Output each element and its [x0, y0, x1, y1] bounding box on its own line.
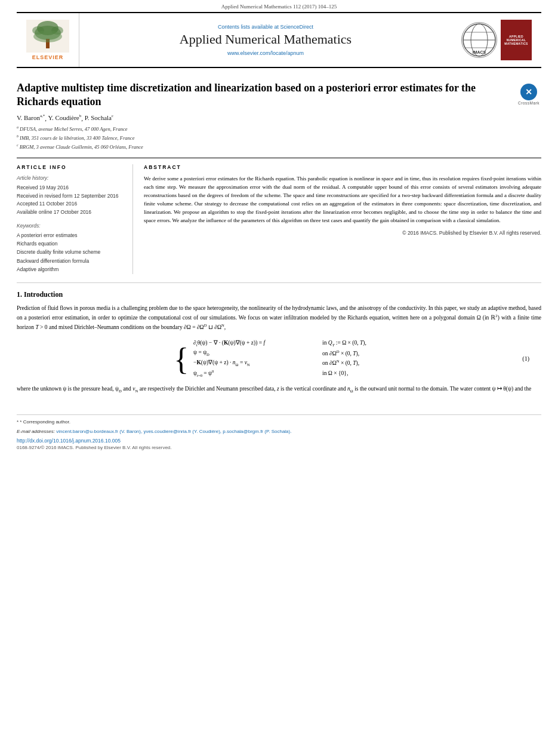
journal-cover-thumbnail: APPLIED NUMERICAL MATHEMATICS: [501, 20, 532, 60]
elsevier-tree-icon: [26, 20, 69, 53]
abstract-column: ABSTRACT We derive some a posteriori err…: [144, 164, 541, 274]
svg-text:IMACS: IMACS: [473, 50, 486, 54]
received-date: Received 19 May 2016: [17, 184, 125, 192]
imacs-logo: IMACS: [461, 22, 497, 58]
star-icon: *: [17, 419, 19, 425]
keyword-4: Backward differentiation formula: [17, 257, 125, 265]
equation-1-content: { ∂tθ(ψ) − ∇ · (K(ψ)∇(ψ + z)) = f in QT …: [29, 339, 511, 377]
crossmark-badge[interactable]: ✕ CrossMark: [516, 84, 541, 105]
keyword-2: Richards equation: [17, 239, 125, 248]
journal-header: ELSEVIER Contents lists available at Sci…: [17, 12, 541, 68]
keyword-5: Adaptive algorithm: [17, 265, 125, 273]
introduction-section: 1. Introduction Prediction of fluid flow…: [17, 290, 541, 395]
article-title: Adaptive multistep time discretization a…: [17, 81, 510, 109]
available-date: Available online 17 October 2016: [17, 208, 125, 217]
article-info-column: ARTICLE INFO Article history: Received 1…: [17, 164, 133, 274]
article-dates: Received 19 May 2016 Received in revised…: [17, 184, 125, 216]
svg-point-6: [33, 30, 62, 42]
revised-date: Received in revised form 12 September 20…: [17, 192, 125, 201]
affiliation-c: c BRGM, 3 avenue Claude Guillemin, 45 06…: [17, 143, 541, 151]
page: Applied Numerical Mathematics 112 (2017)…: [0, 0, 558, 756]
elsevier-logo-section: ELSEVIER: [17, 13, 79, 67]
affiliation-a: a DFUSA, avenue Michel Serres, 47 000 Ag…: [17, 125, 541, 133]
keyword-1: A posteriori error estimates: [17, 231, 125, 239]
author-2: Y. Coudièreb: [48, 114, 81, 121]
sciencedirect-link[interactable]: Contents lists available at ScienceDirec…: [218, 24, 313, 30]
eq-row-3: −K(ψ)∇(ψ + z) · nΩ = vN on ∂ΩN × (0, T),: [193, 359, 366, 367]
equation-lines: ∂tθ(ψ) − ∇ · (K(ψ)∇(ψ + z)) = f in QT :=…: [193, 339, 366, 377]
main-content: Adaptive multistep time discretization a…: [0, 68, 558, 405]
affiliation-b: b IMB, 351 cours de la libération, 33 40…: [17, 134, 541, 142]
keyword-3: Discrete duality finite volume scheme: [17, 248, 125, 256]
email-footnote: E-mail addresses: vincent.baron@u-bordea…: [17, 428, 541, 435]
section-divider: [17, 282, 541, 283]
copyright: © 2016 IMACS. Published by Elsevier B.V.…: [144, 230, 541, 236]
abstract-text: We derive some a posteriori error estima…: [144, 175, 541, 225]
affiliations: a DFUSA, avenue Michel Serres, 47 000 Ag…: [17, 125, 541, 150]
journal-citation-bar: Applied Numerical Mathematics 112 (2017)…: [0, 0, 558, 12]
eq-row-2: ψ = ψD on ∂ΩD × (0, T),: [193, 349, 366, 357]
history-label: Article history:: [17, 175, 125, 181]
article-title-section: Adaptive multistep time discretization a…: [17, 76, 541, 109]
journal-logos-right: IMACS APPLIED NUMERICAL MATHEMATICS: [452, 13, 541, 67]
intro-paragraph-1: Prediction of fluid flows in porous medi…: [17, 304, 541, 332]
accepted-date: Accepted 11 October 2016: [17, 200, 125, 208]
journal-title-section: Contents lists available at ScienceDirec…: [79, 13, 452, 67]
intro-paragraph-2: where the unknown ψ is the pressure head…: [17, 385, 541, 394]
authors-line: V. Barona,*, Y. Coudièreb, P. Sochalac: [17, 114, 541, 122]
author-1: V. Barona,*: [17, 114, 45, 121]
crossmark-icon: ✕: [520, 84, 537, 100]
equation-1-block: { ∂tθ(ψ) − ∇ · (K(ψ)∇(ψ + z)) = f in QT …: [17, 339, 541, 377]
page-footer: * * Corresponding author. E-mail address…: [17, 414, 541, 450]
equation-1-number: (1): [511, 355, 529, 362]
eq-row-1: ∂tθ(ψ) − ∇ · (K(ψ)∇(ψ + z)) = f in QT :=…: [193, 339, 366, 347]
article-info-heading: ARTICLE INFO: [17, 164, 125, 170]
abstract-heading: ABSTRACT: [144, 164, 541, 170]
corresponding-note: * * Corresponding author.: [17, 419, 541, 426]
brace-system: { ∂tθ(ψ) − ∇ · (K(ψ)∇(ψ + z)) = f in QT …: [174, 339, 366, 377]
author-3: P. Sochalac: [85, 114, 113, 121]
article-info-abstract: ARTICLE INFO Article history: Received 1…: [17, 158, 541, 274]
journal-citation: Applied Numerical Mathematics 112 (2017)…: [221, 4, 337, 10]
left-brace-icon: {: [174, 342, 189, 377]
doi-link[interactable]: http://dx.doi.org/10.1016/j.apnum.2016.1…: [17, 438, 541, 444]
crossmark-label: CrossMark: [518, 101, 539, 105]
imacs-globe-icon: IMACS: [462, 23, 497, 57]
elsevier-label: ELSEVIER: [32, 54, 64, 60]
journal-url[interactable]: www.elsevier.com/locate/apnum: [227, 50, 304, 56]
keywords-label: Keywords:: [17, 223, 125, 229]
intro-heading: 1. Introduction: [17, 290, 541, 299]
keywords-list: A posteriori error estimates Richards eq…: [17, 231, 125, 274]
eq-row-4: ψt=0 = ψ0 in Ω × {0},: [193, 369, 366, 377]
journal-title: Applied Numerical Mathematics: [180, 32, 352, 47]
issn-line: 0168-9274/© 2016 IMACS. Published by Els…: [17, 445, 541, 450]
